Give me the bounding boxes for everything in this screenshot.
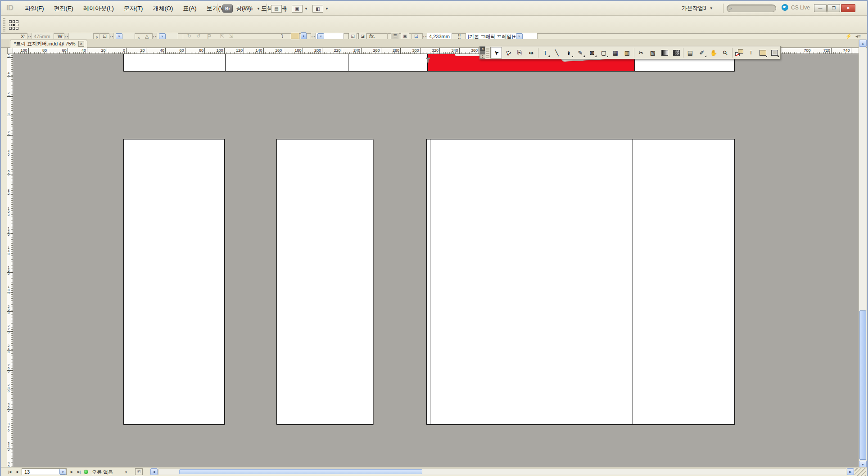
ruler-label: 160 [275, 48, 283, 53]
next-page-button[interactable]: ▶ [68, 468, 75, 475]
scroll-right-icon[interactable]: ▶ [847, 468, 854, 475]
go-to-content-icon[interactable]: ⤵ [281, 33, 284, 39]
document-page[interactable] [123, 54, 428, 72]
rectangle-tool[interactable]: ▢ [598, 47, 610, 58]
panel-grip[interactable] [3, 18, 5, 31]
scroll-left-icon[interactable]: ◀ [150, 468, 158, 475]
panel-menu-icon[interactable]: ◂≡ [855, 33, 861, 39]
minimize-button[interactable]: — [814, 4, 827, 12]
page-tool[interactable]: ⎘ [514, 47, 525, 58]
page-number-dropdown[interactable]: 13 ∨ [22, 468, 67, 475]
scissors-tool[interactable]: ✂ [635, 47, 647, 58]
spinner-icon[interactable]: ▲▼ [109, 33, 114, 40]
formatting-affects-text[interactable]: T [745, 47, 757, 58]
spinner-icon[interactable]: ▲▼ [27, 33, 32, 40]
wrap-bounding-box-button[interactable]: ▣ [401, 33, 409, 40]
menu-item-2[interactable]: 레이아웃(L) [78, 1, 119, 16]
rotate-cw-icon[interactable]: ↻ [187, 33, 191, 39]
first-page-button[interactable]: |◀ [6, 468, 13, 475]
eyedropper-tool[interactable]: ✐ [696, 47, 708, 58]
effects-fx-button[interactable]: fx. [369, 33, 375, 39]
fill-color-swatch[interactable] [291, 33, 299, 39]
document-page[interactable] [123, 139, 225, 425]
horizontal-scrollbar[interactable] [158, 468, 846, 475]
dropdown-icon[interactable]: ∨ [59, 469, 66, 475]
vertical-scrollbar[interactable]: ▲ ▼ [859, 40, 866, 468]
bridge-button[interactable]: Br [222, 4, 233, 13]
spinner-icon[interactable]: ▲▼ [311, 33, 316, 40]
selection-tool[interactable]: ➤ [490, 47, 502, 58]
expand-panel-icon[interactable]: ▲▼ [480, 54, 485, 58]
fill-stroke-proxy[interactable] [733, 47, 745, 58]
spinner-icon[interactable]: ▲▼ [423, 33, 427, 40]
free-transform-tool[interactable]: ▧ [647, 47, 659, 58]
preflight-panel-icon[interactable]: ⎗ [135, 468, 143, 475]
fill-dropdown-arrow[interactable]: › [301, 32, 307, 40]
dropdown-icon[interactable]: ∨ [159, 33, 166, 40]
vertical-ruler[interactable]: 6 04 02 002 04 06 08 01 0 01 2 01 4 01 6… [7, 54, 13, 467]
close-tab-icon[interactable]: ✕ [78, 41, 84, 47]
quick-apply-icon[interactable]: ⚡ [845, 33, 852, 39]
dropdown-icon[interactable]: ∨ [116, 33, 122, 40]
fill-color-button[interactable] [757, 47, 769, 58]
rotate-ccw-icon[interactable]: ↺ [196, 33, 200, 39]
vertical-scroll-thumb[interactable] [859, 310, 866, 460]
last-page-button[interactable]: ▶| [76, 468, 82, 475]
stroke-panel-button[interactable] [769, 47, 780, 58]
corner-effect-icon[interactable]: ◱ [348, 33, 357, 40]
close-icon[interactable]: ✕ [480, 47, 485, 51]
spinner-icon[interactable]: ▲▼ [64, 33, 69, 40]
line-tool[interactable]: ╲ [551, 47, 563, 58]
pasteboard-canvas[interactable] [13, 54, 859, 467]
restore-button[interactable]: ❐ [827, 4, 840, 12]
arrange-documents-dropdown[interactable]: ◧ ▼ [312, 4, 329, 13]
menu-item-1[interactable]: 편집(E) [49, 1, 78, 16]
gradient-feather-tool[interactable] [670, 47, 682, 58]
ruler-origin-corner[interactable] [7, 48, 13, 54]
scroll-up-icon[interactable]: ▲ [859, 40, 867, 47]
hand-tool[interactable]: ✋ [708, 47, 719, 58]
wrap-none-button[interactable]: ☰ [391, 33, 399, 40]
ruler-label: 240 [353, 48, 361, 53]
search-input[interactable]: ⌕ [727, 4, 776, 12]
direct-selection-tool[interactable]: ➤ [502, 47, 514, 58]
document-page[interactable] [276, 139, 373, 425]
menu-item-4[interactable]: 개체(O) [148, 1, 178, 16]
workspace-switcher[interactable]: 가은작업3 ▼ [682, 1, 713, 16]
pencil-tool[interactable]: ✎ [574, 47, 586, 58]
horizontal-grid-tool[interactable]: ▦ [610, 47, 621, 58]
ruler-label: 2 8 0 [8, 383, 9, 393]
menu-item-0[interactable]: 파일(F) [20, 1, 49, 16]
frame-fitting-icon[interactable]: ⊡ [414, 33, 418, 39]
close-button[interactable]: ✕ [841, 4, 855, 12]
vertical-grid-tool[interactable]: ▥ [621, 47, 633, 58]
dropdown-icon[interactable]: ∨ [317, 33, 324, 40]
reference-point-proxy[interactable] [9, 20, 18, 30]
dropdown-icon[interactable]: ∨ [516, 33, 523, 40]
select-content-icon[interactable]: ⇲ [229, 33, 233, 39]
screen-mode-dropdown[interactable]: ▣ ▼ [292, 4, 308, 13]
horizontal-scroll-thumb[interactable] [179, 469, 422, 474]
note-tool[interactable]: ▤ [684, 47, 696, 58]
tool-strip: ➤➤⎘⇹T╲✒✎⊠▢▦▥✂▧▤✐✋⚲T [490, 46, 780, 59]
type-tool[interactable]: T [539, 47, 551, 58]
menu-item-3[interactable]: 문자(T) [119, 1, 148, 16]
tools-panel-grip[interactable] [486, 48, 489, 58]
menu-item-5[interactable]: 표(A) [178, 1, 201, 16]
spinner-icon[interactable]: ▲▼ [153, 33, 157, 40]
zoom-level-dropdown[interactable]: 75% ▼ [240, 4, 263, 13]
resize-grip[interactable] [854, 468, 866, 476]
pen-tool[interactable]: ✒ [563, 47, 574, 58]
select-container-icon[interactable]: ⇱ [220, 33, 224, 39]
previous-page-button[interactable]: ◀ [14, 468, 20, 475]
preflight-menu-icon[interactable]: ▾ [125, 470, 127, 474]
document-page[interactable] [426, 139, 735, 425]
gradient-swatch-tool[interactable] [659, 47, 670, 58]
view-options-dropdown[interactable]: ▤ ▼ [271, 4, 287, 13]
gap-tool[interactable]: ⇹ [525, 47, 537, 58]
zoom-tool[interactable]: ⚲ [719, 47, 731, 58]
cs-live[interactable]: CS Live [782, 4, 810, 11]
document-tab[interactable]: *트릭 표지커버.indd @ 75% ✕ [10, 40, 87, 48]
drop-shadow-icon[interactable]: ◪ [358, 33, 367, 40]
frame-tool[interactable]: ⊠ [586, 47, 598, 58]
